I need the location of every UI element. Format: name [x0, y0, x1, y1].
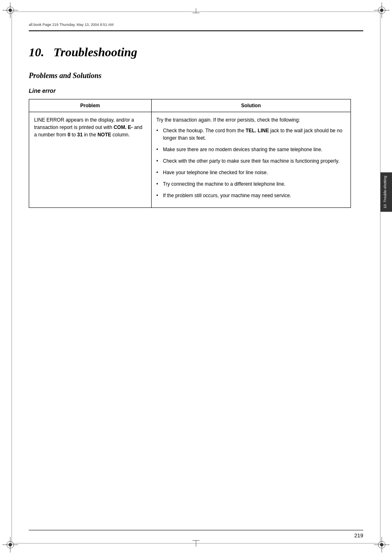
section-title: Problems and Solutions	[29, 71, 351, 80]
header-info: all.book Page 219 Thursday, May 13, 2004…	[29, 23, 113, 27]
list-item: Try connecting the machine to a differen…	[157, 180, 346, 188]
solution-intro: Try the transaction again. If the error …	[157, 117, 300, 123]
side-tab: 10. Trouble-shotting	[380, 173, 392, 212]
reg-mark-bottom-right	[377, 540, 386, 549]
problem-solution-table: Problem Solution LINE ERROR appears in t…	[29, 99, 351, 208]
reg-mark-top-right	[377, 6, 386, 15]
list-item: If the problem still occurs, your machin…	[157, 192, 346, 199]
table-header-problem: Problem	[29, 99, 152, 112]
problem-cell: LINE ERROR appears in the display, and/o…	[29, 112, 152, 208]
chapter-number: 10.	[29, 45, 44, 59]
chapter-title-text: Troubleshooting	[53, 45, 137, 59]
center-tick-bottom	[196, 540, 196, 547]
subsection-title: Line error	[29, 88, 351, 94]
top-rule	[29, 30, 363, 31]
table-header-solution: Solution	[151, 99, 350, 112]
table-row: LINE ERROR appears in the display, and/o…	[29, 112, 351, 208]
solution-bullet-list: Check the hookup. The cord from the TEL.…	[157, 127, 346, 199]
bottom-rule	[29, 530, 363, 531]
page-number: 219	[354, 532, 363, 539]
list-item: Check the hookup. The cord from the TEL.…	[157, 127, 346, 142]
page: all.book Page 219 Thursday, May 13, 2004…	[0, 0, 392, 555]
solution-cell: Try the transaction again. If the error …	[151, 112, 350, 208]
chapter-title: 10. Troubleshooting	[29, 45, 351, 59]
problem-text: LINE ERROR appears in the display, and/o…	[34, 117, 142, 138]
reg-mark-top-left	[6, 6, 15, 15]
reg-mark-bottom-left	[6, 540, 15, 549]
list-item: Make sure there are no modem devices sha…	[157, 146, 346, 153]
list-item: Have your telephone line checked for lin…	[157, 169, 346, 176]
main-content: 10. Troubleshooting Problems and Solutio…	[29, 37, 351, 522]
center-tick-top	[196, 8, 196, 13]
list-item: Check with the other party to make sure …	[157, 157, 346, 165]
